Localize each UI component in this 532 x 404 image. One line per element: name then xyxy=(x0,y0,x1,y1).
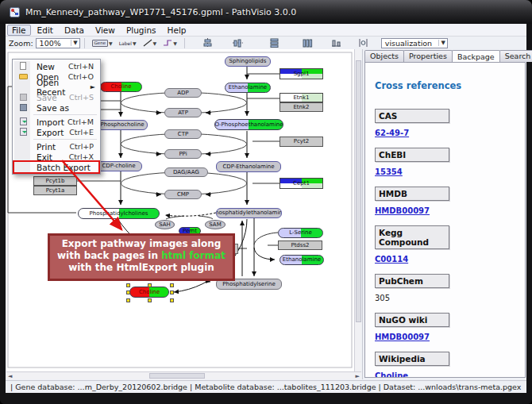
node-label: Phosphocholine xyxy=(101,122,145,128)
menu-item-label: Export xyxy=(32,128,69,137)
file-menu-item-exit[interactable]: ExitCtrl+X xyxy=(14,152,98,162)
file-menu-item-print[interactable]: PrintCtrl+P xyxy=(14,141,98,152)
pathway-node-sgpl1[interactable]: Sgpl1 xyxy=(279,68,323,79)
menu-plugins[interactable]: Plugins xyxy=(121,25,161,36)
align-middle-button[interactable] xyxy=(230,37,245,49)
pathway-node-dag-aag[interactable]: DAG/AAG xyxy=(164,167,208,177)
align-center-icon xyxy=(202,38,213,48)
pathway-node-ppi[interactable]: PPi xyxy=(164,149,202,159)
file-menu-item-import[interactable]: ImportCtrl+M xyxy=(14,117,98,127)
pathway-node-sam[interactable]: SAM xyxy=(205,220,226,229)
pathway-node-choline[interactable]: Choline xyxy=(100,82,142,92)
distribute-button[interactable] xyxy=(356,37,371,49)
vertical-scrollbar-thumb[interactable] xyxy=(356,60,361,322)
menu-help[interactable]: Help xyxy=(163,25,191,36)
node-label: SAM xyxy=(209,222,221,228)
pathway-node-ethanolamine[interactable]: Ethanolamine xyxy=(225,83,271,93)
align-center-button[interactable] xyxy=(200,37,215,49)
tab-properties[interactable]: Properties xyxy=(403,50,453,62)
no-icon xyxy=(16,163,32,171)
pathway-node-cdp-ethanolamine[interactable]: CDP-Ethanolamine xyxy=(216,161,281,172)
file-menu-item-save-as[interactable]: Save as xyxy=(14,102,98,113)
menu-view[interactable]: View xyxy=(91,25,120,36)
selection-handle[interactable] xyxy=(148,298,152,302)
stack-vertical-button[interactable] xyxy=(267,37,282,49)
callout-text: with the HtmlExport plugin xyxy=(68,262,214,273)
node-label: Sgpl1 xyxy=(294,71,310,77)
pathway-node-ptdss2[interactable]: Ptdss2 xyxy=(278,240,322,250)
new-label-button[interactable]: Label ▼ xyxy=(117,39,139,48)
menu-data[interactable]: Data xyxy=(60,25,89,36)
pathway-node-pcyt2[interactable]: Pcyt2 xyxy=(279,137,323,147)
horizontal-scrollbar-thumb[interactable] xyxy=(149,373,205,379)
pathway-node-ctp[interactable]: CTP xyxy=(164,129,202,139)
annotation-callout: Export pathway images along with back pa… xyxy=(48,233,235,281)
menu-file[interactable]: File xyxy=(7,25,31,36)
selection-handle[interactable] xyxy=(126,298,130,302)
chevron-down-icon: ▼ xyxy=(438,40,445,46)
align-bottom-button[interactable] xyxy=(329,37,344,49)
menu-item-label: Print xyxy=(32,142,69,152)
pathway-node-pcyt1a[interactable]: Pcyt1a xyxy=(33,186,77,195)
node-label: ATP xyxy=(178,110,188,116)
xref-link[interactable]: 15354 xyxy=(375,167,515,176)
xref-link[interactable]: HMDB00097 xyxy=(375,333,515,341)
tab-backpage[interactable]: Backpage xyxy=(452,50,500,63)
file-menu-item-save[interactable]: SaveCtrl+S xyxy=(14,92,98,102)
pathway-node-cmp[interactable]: CMP xyxy=(164,190,202,199)
new-shape-button[interactable]: ▼ xyxy=(160,37,179,48)
xref-link[interactable]: HMDB00097 xyxy=(375,206,515,215)
pathway-node-sphingolipids[interactable]: Sphingolipids xyxy=(225,56,271,67)
scroll-left-icon[interactable]: ◄ xyxy=(6,373,13,379)
scroll-right-icon[interactable]: ► xyxy=(354,373,361,379)
tab-objects[interactable]: Objects xyxy=(364,50,404,62)
stack-horizontal-button[interactable] xyxy=(300,37,315,49)
pathway-node-o-phosphoethanolamine[interactable]: O-Phosphoethanolamine xyxy=(214,119,283,130)
node-label: Phosphatidylcholines xyxy=(90,211,148,217)
xref-link[interactable]: Choline xyxy=(375,371,515,378)
pathway-node-pcyt1b[interactable]: Pcyt1b xyxy=(33,176,77,186)
pathway-node-adp[interactable]: ADP xyxy=(164,88,202,98)
menu-edit[interactable]: Edit xyxy=(33,25,58,36)
pathway-node-phosphocholine[interactable]: Phosphocholine xyxy=(97,120,148,130)
new-line-button[interactable]: ▼ xyxy=(141,37,160,48)
file-menu-item-batch-export[interactable]: Batch Export xyxy=(14,162,98,172)
zoom-combobox[interactable]: 100% ▼ xyxy=(36,38,80,48)
selection-handle[interactable] xyxy=(148,283,152,287)
selection-handle[interactable] xyxy=(170,283,174,287)
selection-handle[interactable] xyxy=(126,283,130,287)
new-datanode-button[interactable]: Gene ▼ xyxy=(90,38,115,48)
xref-link[interactable]: C00114 xyxy=(375,255,515,264)
pathway-node-etnk2[interactable]: Etnk2 xyxy=(279,102,323,112)
pathway-node-phosphatidylethanolamine[interactable]: Phosphatidylethanolamine xyxy=(216,208,282,218)
horizontal-scrollbar[interactable]: ◄ ► xyxy=(6,371,361,379)
pathway-node-etnk1[interactable]: Etnk1 xyxy=(279,93,323,102)
pathway-node-choline[interactable]: Choline xyxy=(129,287,169,298)
tab-search[interactable]: Search xyxy=(499,50,532,62)
visualization-combobox[interactable]: visualization ▼ xyxy=(381,38,448,48)
no-icon xyxy=(16,142,32,151)
menu-item-label: Exit xyxy=(32,152,69,162)
node-label: PPi xyxy=(179,152,187,157)
vertical-scrollbar[interactable] xyxy=(354,49,361,371)
pathway-node-cdp-choline[interactable]: CDP-choline xyxy=(95,161,142,171)
side-panel: ObjectsPropertiesBackpageSearchLegend Cr… xyxy=(362,49,526,379)
selection-handle[interactable] xyxy=(170,290,174,294)
pathway-node-ethanolamine[interactable]: Ethanolamine xyxy=(279,255,324,265)
pathway-node-phosphatidylcholines[interactable]: Phosphatidylcholines xyxy=(78,208,160,219)
file-menu-item-open-recent[interactable]: Open Recent► xyxy=(14,82,98,92)
node-label: Ethanolamine xyxy=(283,257,321,263)
xref-source-header: Wikipedia xyxy=(375,352,449,366)
selection-handle[interactable] xyxy=(126,290,130,294)
pathway-node-sah[interactable]: SAH xyxy=(155,220,175,229)
node-label: Cept1 xyxy=(293,181,310,187)
selection-handle[interactable] xyxy=(170,298,174,302)
file-menu-item-new[interactable]: NewCtrl+N xyxy=(14,61,98,71)
xref-source-header: CAS xyxy=(375,109,449,123)
pathway-node-atp[interactable]: ATP xyxy=(164,108,202,117)
node-label: CTP xyxy=(178,132,188,137)
pathway-node-cept1[interactable]: Cept1 xyxy=(279,178,323,189)
file-menu-item-export[interactable]: ExportCtrl+E xyxy=(14,127,98,137)
pathway-node-l-serine[interactable]: L-Serine xyxy=(278,228,323,238)
xref-link[interactable]: 62-49-7 xyxy=(375,129,515,137)
